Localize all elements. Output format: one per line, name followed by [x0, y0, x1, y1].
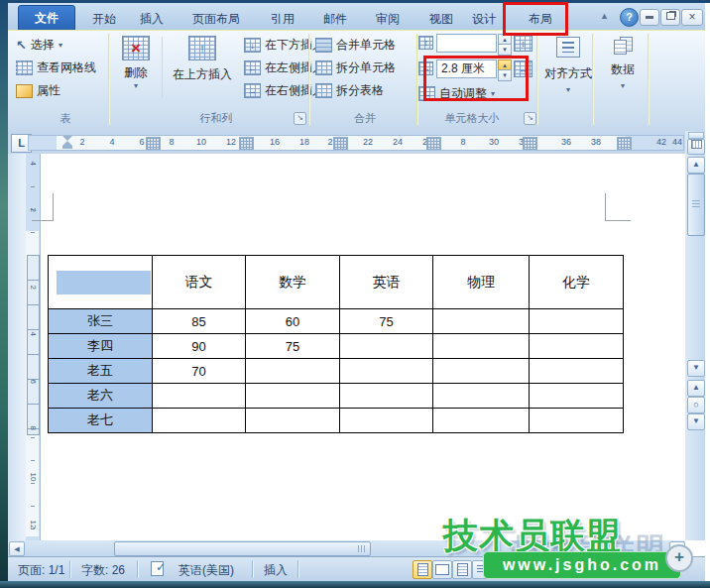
table-cell[interactable]	[433, 309, 530, 334]
table-cell[interactable]	[433, 384, 530, 409]
table-cell[interactable]: 化学	[530, 256, 624, 309]
column-width-spin-down[interactable]: ▾	[498, 69, 512, 81]
table-cell[interactable]: 75	[246, 334, 340, 359]
scroll-down-button[interactable]: ▼	[687, 360, 705, 377]
tab-home[interactable]: 开始	[82, 8, 126, 30]
indent-marker[interactable]	[62, 136, 72, 150]
close-button[interactable]: ×	[681, 9, 703, 26]
select-button[interactable]: ↖ 选择 ▾	[16, 37, 62, 54]
table-row-markers[interactable]	[27, 255, 40, 435]
table-column-marker[interactable]	[617, 137, 632, 150]
table-cell[interactable]	[246, 409, 340, 433]
status-language[interactable]: 英语(美国)	[178, 562, 234, 579]
table-cell[interactable]	[340, 409, 433, 433]
restore-button[interactable]	[660, 9, 680, 26]
view-gridlines-button[interactable]: 查看网格线	[16, 59, 96, 76]
table-cell[interactable]: 70	[153, 359, 246, 384]
row-height-input[interactable]	[436, 34, 497, 53]
status-insert-mode[interactable]: 插入	[264, 562, 288, 579]
delete-button[interactable]: × 删除 ▾	[113, 36, 159, 90]
table-cell[interactable]: 60	[246, 309, 340, 334]
table-column-marker[interactable]	[239, 137, 254, 150]
status-page[interactable]: 页面: 1/1	[18, 562, 64, 579]
table-cell[interactable]: 张三	[49, 309, 153, 334]
table-cell[interactable]	[246, 384, 340, 409]
tab-design[interactable]: 设计	[462, 8, 506, 30]
table-cell[interactable]: 数学	[246, 256, 340, 309]
spellcheck-status-icon[interactable]: ✓	[150, 560, 168, 576]
table-cell[interactable]	[530, 384, 624, 409]
view-web-layout-button[interactable]	[452, 560, 472, 579]
table-cell[interactable]	[530, 409, 624, 433]
table-column-marker[interactable]	[426, 137, 441, 150]
autofit-button[interactable]: ↔ 自动调整 ▾	[418, 85, 495, 102]
split-table-button[interactable]: 拆分表格	[315, 82, 384, 99]
table-column-marker[interactable]	[523, 137, 537, 150]
table-cell[interactable]	[340, 334, 433, 359]
tab-mailings[interactable]: 邮件	[313, 8, 357, 30]
insert-above-button[interactable]: ↑ 在上方插入	[166, 36, 239, 83]
document-table[interactable]: 语文 数学 英语 物理 化学 张三 85 60 75 李四 90 75 老五 7…	[48, 255, 624, 433]
distribute-rows-icon[interactable]: ↕	[514, 35, 532, 52]
tab-references[interactable]: 引用	[261, 8, 304, 30]
table-cell[interactable]	[49, 256, 153, 309]
ruler-toggle-button[interactable]	[687, 139, 705, 155]
table-cell[interactable]	[530, 309, 624, 334]
row-height-spin-down[interactable]: ▾	[498, 44, 512, 56]
split-handle[interactable]	[688, 132, 704, 139]
tab-view[interactable]: 视图	[419, 8, 463, 30]
tab-insert[interactable]: 插入	[130, 8, 174, 30]
tab-page-layout[interactable]: 页面布局	[182, 8, 250, 30]
next-page-button[interactable]: ▼	[687, 413, 705, 430]
view-fullscreen-reading-button[interactable]	[432, 560, 452, 579]
column-width-input[interactable]	[436, 59, 497, 78]
tab-review[interactable]: 审阅	[366, 8, 410, 30]
table-cell[interactable]	[433, 409, 530, 433]
table-cell[interactable]: 英语	[340, 256, 433, 309]
table-cell[interactable]	[153, 409, 246, 433]
merge-cells-button[interactable]: 合并单元格	[315, 37, 396, 54]
data-button[interactable]: 数据 ▾	[597, 37, 649, 90]
cell-size-dialog-launcher[interactable]: ↘	[524, 112, 536, 125]
alignment-button[interactable]: 对齐方式 ▾	[540, 37, 596, 94]
scroll-left-button[interactable]: ◀	[9, 541, 25, 556]
properties-button[interactable]: 属性	[16, 82, 60, 99]
browse-object-button[interactable]: ○	[687, 397, 705, 413]
table-cell[interactable]	[153, 384, 246, 409]
table-cell[interactable]	[340, 359, 433, 384]
table-cell[interactable]	[246, 359, 340, 384]
insert-right-button[interactable]: → 在右侧插入	[244, 82, 324, 99]
tab-layout[interactable]: 布局	[515, 8, 566, 30]
rows-cols-dialog-launcher[interactable]: ↘	[294, 112, 306, 125]
tab-file[interactable]: 文件	[18, 5, 75, 32]
table-cell[interactable]: 老七	[49, 409, 153, 433]
table-cell[interactable]	[530, 359, 624, 384]
table-cell[interactable]: 90	[153, 334, 246, 359]
table-cell[interactable]: 李四	[49, 334, 153, 359]
table-column-marker[interactable]	[333, 137, 348, 150]
horizontal-scroll-thumb[interactable]	[114, 541, 371, 556]
table-cell[interactable]	[433, 334, 530, 359]
table-cell[interactable]	[433, 359, 530, 384]
split-cells-button[interactable]: 拆分单元格	[315, 59, 396, 76]
table-cell[interactable]: 物理	[433, 256, 530, 309]
help-button[interactable]: ?	[620, 8, 639, 27]
status-word-count[interactable]: 字数: 26	[81, 562, 125, 579]
vertical-scrollbar[interactable]: ▲ ▼ ▲ ○ ▼	[685, 131, 705, 540]
table-cell[interactable]: 85	[153, 309, 246, 334]
table-cell[interactable]: 语文	[153, 256, 246, 309]
table-column-marker[interactable]	[146, 137, 161, 150]
table-cell[interactable]	[340, 384, 433, 409]
table-cell[interactable]: 75	[340, 309, 433, 334]
ribbon-collapse-icon[interactable]: ▲	[600, 11, 609, 21]
view-print-layout-button[interactable]	[413, 560, 432, 579]
table-cell[interactable]	[530, 334, 624, 359]
table-cell[interactable]: 老六	[49, 384, 153, 409]
vertical-scroll-thumb[interactable]	[687, 174, 705, 236]
insert-left-button[interactable]: ← 在左侧插入	[244, 59, 324, 76]
minimize-button[interactable]	[640, 9, 659, 26]
previous-page-button[interactable]: ▲	[687, 380, 705, 397]
insert-below-button[interactable]: ↓ 在下方插入	[244, 37, 324, 54]
distribute-columns-icon[interactable]: ↔	[514, 60, 532, 77]
scroll-up-button[interactable]: ▲	[687, 157, 705, 174]
